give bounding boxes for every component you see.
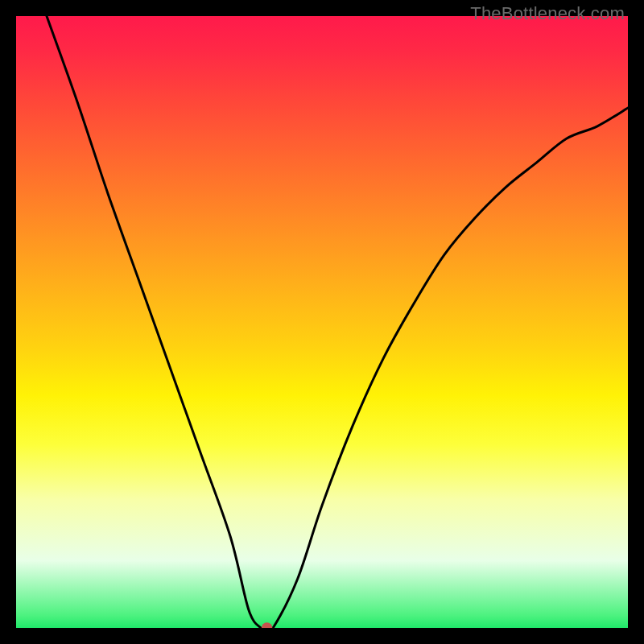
optimal-point-marker bbox=[262, 622, 273, 628]
plot-area bbox=[16, 16, 628, 628]
curve-line bbox=[47, 16, 628, 628]
bottleneck-curve bbox=[16, 16, 628, 628]
watermark-text: TheBottleneck.com bbox=[470, 3, 625, 24]
